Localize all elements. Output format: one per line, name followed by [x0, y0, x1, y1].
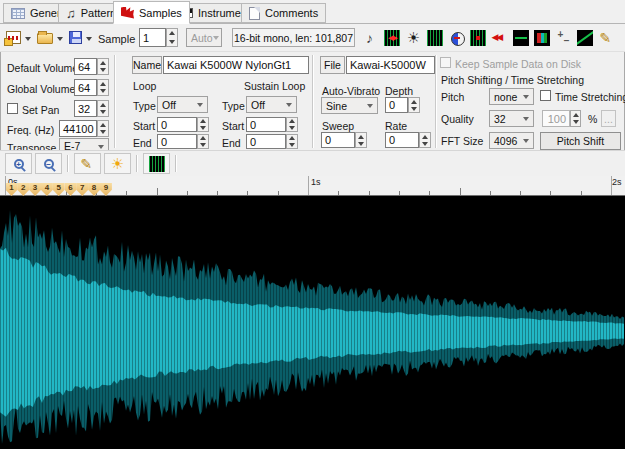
- zoom-out-button[interactable]: −: [35, 153, 62, 174]
- frequency-label: Freq. (Hz): [7, 124, 54, 136]
- sustain-start-input[interactable]: 0: [246, 117, 286, 132]
- loop-start-stepper[interactable]: [197, 117, 209, 132]
- normalize-icon[interactable]: [406, 30, 422, 46]
- file-name-input[interactable]: Kawai-K5000W: [346, 56, 435, 74]
- pitch-section-title: Pitch Shifting / Time Stretching: [441, 74, 584, 86]
- global-volume-label: Global Volume: [7, 83, 75, 95]
- grid-button[interactable]: [143, 153, 170, 174]
- sustain-start-label: Start: [222, 120, 244, 132]
- global-volume-input[interactable]: 64: [74, 79, 97, 96]
- save-icon[interactable]: [69, 31, 82, 44]
- vibrato-depth-stepper[interactable]: [408, 97, 420, 113]
- cue-point-marker-1[interactable]: 1: [6, 183, 18, 196]
- vibrato-depth-label: Depth: [385, 85, 413, 97]
- sample-info-status: 16-bit mono, len: 101,807: [232, 28, 355, 47]
- ruler-time-label: 1s: [311, 177, 321, 187]
- set-pan-checkbox[interactable]: [7, 103, 18, 114]
- play-note-icon[interactable]: [363, 30, 379, 46]
- panel-divider: [114, 55, 115, 148]
- draw-button[interactable]: [74, 153, 101, 174]
- cue-point-marker-8[interactable]: 8: [88, 183, 100, 196]
- set-pan-label: Set Pan: [22, 104, 59, 116]
- cue-point-marker-5[interactable]: 5: [53, 183, 65, 196]
- vibrato-depth-input[interactable]: 0: [385, 97, 408, 113]
- quick-fade-icon[interactable]: [427, 30, 443, 46]
- reverse-icon[interactable]: [491, 30, 507, 46]
- open-folder-icon[interactable]: [37, 33, 53, 44]
- vibrato-type-dropdown[interactable]: Sine: [321, 97, 378, 114]
- fft-size-dropdown[interactable]: 4096: [489, 132, 534, 149]
- loop-end-input[interactable]: 0: [157, 134, 197, 149]
- stereo-separation-icon[interactable]: [470, 30, 486, 46]
- music-note-icon: [66, 6, 76, 21]
- zoom-out-icon: −: [44, 159, 54, 169]
- stretch-percent-input: 100: [542, 110, 570, 127]
- sustain-end-input[interactable]: 0: [246, 134, 286, 149]
- loop-type-dropdown[interactable]: Off: [157, 96, 208, 113]
- default-volume-input[interactable]: 64: [74, 58, 97, 75]
- show-all-button[interactable]: [104, 153, 131, 174]
- pan-input[interactable]: 32: [74, 100, 97, 117]
- signed-unsigned-icon[interactable]: [556, 30, 572, 46]
- new-sample-icon[interactable]: [6, 31, 21, 44]
- ruler-minor-tick: [278, 191, 279, 195]
- loop-end-stepper[interactable]: [197, 134, 209, 149]
- waveform-display[interactable]: [0, 196, 625, 449]
- fft-size-label: FFT Size: [441, 135, 483, 147]
- vibrato-rate-stepper[interactable]: [419, 132, 431, 148]
- silence-icon[interactable]: [513, 30, 529, 46]
- fft-size-value: 4096: [494, 135, 517, 147]
- pitch-shift-button[interactable]: Pitch Shift: [540, 132, 621, 150]
- vibrato-group-title: Auto-Vibrato: [322, 85, 380, 97]
- cue-point-marker-4[interactable]: 4: [41, 183, 53, 196]
- tab-comments[interactable]: Comments: [241, 3, 326, 23]
- vibrato-sweep-stepper[interactable]: [355, 132, 367, 148]
- default-volume-stepper[interactable]: [97, 58, 109, 75]
- dc-offset-icon[interactable]: [449, 30, 465, 46]
- cue-point-marker-3[interactable]: 3: [29, 183, 41, 196]
- sun-icon: [111, 155, 124, 173]
- pan-stepper[interactable]: [97, 100, 109, 117]
- percent-sign-label: %: [588, 113, 597, 125]
- pitch-dropdown[interactable]: none: [489, 88, 534, 105]
- vibrato-sweep-input[interactable]: 0: [321, 132, 355, 148]
- frequency-input[interactable]: 44100: [59, 120, 97, 137]
- draw-icon[interactable]: [598, 30, 614, 46]
- cue-point-marker-7[interactable]: 7: [76, 183, 88, 196]
- vibrato-sweep-label: Sweep: [322, 120, 354, 132]
- amplify-icon[interactable]: [384, 30, 400, 46]
- cue-point-marker-9[interactable]: 9: [100, 183, 112, 196]
- sample-number-input[interactable]: 1: [139, 28, 166, 47]
- loop-start-input[interactable]: 0: [157, 117, 197, 132]
- sustain-start-stepper[interactable]: [286, 117, 298, 132]
- sustain-type-dropdown[interactable]: Off: [246, 96, 297, 113]
- sample-toolbar: Sample 1 Auto 16-bit mono, len: 101,807: [0, 24, 625, 52]
- downsample-icon[interactable]: [534, 30, 550, 46]
- sample-number-label: Sample: [98, 33, 135, 45]
- new-dropdown-arrow-icon[interactable]: [25, 37, 31, 44]
- tab-samples[interactable]: Samples: [113, 1, 190, 24]
- file-label-button[interactable]: File: [320, 56, 345, 74]
- ruler-minor-tick: [581, 191, 582, 195]
- ruler-minor-tick: [550, 191, 551, 195]
- sample-mode-dropdown[interactable]: Auto: [186, 28, 222, 47]
- global-volume-stepper[interactable]: [97, 79, 109, 96]
- ruler-minor-tick: [187, 191, 188, 195]
- sustain-end-stepper[interactable]: [286, 134, 298, 149]
- time-stretching-checkbox[interactable]: [540, 90, 551, 101]
- cue-point-marker-2[interactable]: 2: [17, 183, 29, 196]
- sample-properties-panel: Default Volume 64 Global Volume 64 Set P…: [0, 52, 625, 150]
- quality-dropdown[interactable]: 32: [489, 110, 534, 127]
- ruler-minor-tick: [490, 191, 491, 195]
- sample-number-stepper[interactable]: [166, 28, 178, 47]
- open-dropdown-arrow-icon[interactable]: [57, 37, 63, 44]
- panel-divider: [312, 55, 313, 148]
- autotune-icon[interactable]: [577, 30, 593, 46]
- vibrato-rate-input[interactable]: 0: [385, 132, 419, 148]
- quality-label: Quality: [441, 113, 474, 125]
- sample-name-input[interactable]: Kawai K5000W NylonGt1: [163, 56, 309, 74]
- frequency-stepper[interactable]: [97, 120, 109, 137]
- save-dropdown-arrow-icon[interactable]: [86, 37, 92, 44]
- name-label-button[interactable]: Name: [132, 56, 162, 74]
- zoom-in-button[interactable]: +: [5, 153, 32, 174]
